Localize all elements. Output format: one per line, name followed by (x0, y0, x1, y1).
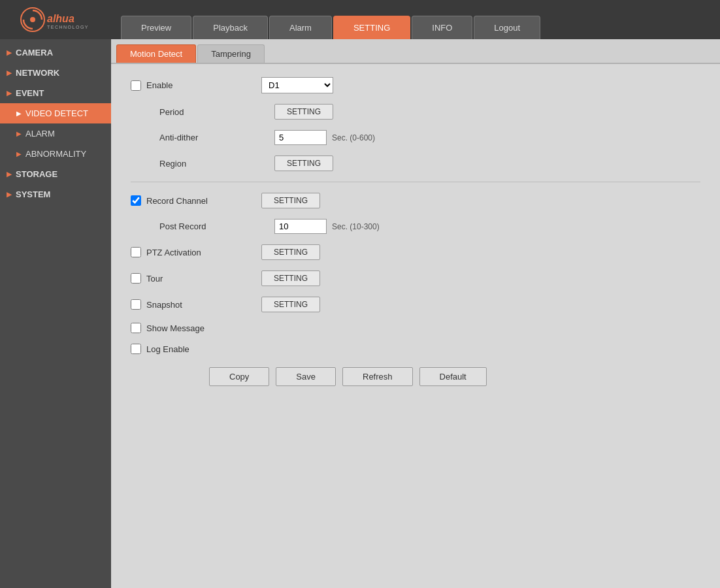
sidebar-item-label: ALARM (25, 129, 55, 139)
snapshot-row: Snapshot SETTING (131, 297, 700, 312)
record-channel-checkbox[interactable] (131, 195, 141, 206)
sidebar-item-label: STORAGE (16, 169, 57, 179)
period-setting-button[interactable]: SETTING (274, 104, 333, 120)
svg-text:alhua: alhua (47, 13, 74, 24)
arrow-icon: ▶ (7, 49, 12, 56)
sidebar-item-video-detect[interactable]: ▶ VIDEO DETECT (0, 103, 111, 123)
nav-tab-preview[interactable]: Preview (121, 16, 191, 39)
sidebar-item-storage[interactable]: ▶ STORAGE (0, 164, 111, 184)
arrow-icon: ▶ (16, 150, 22, 157)
show-message-checkbox[interactable] (131, 323, 141, 333)
sidebar-item-label: ABNORMALITY (25, 149, 86, 159)
period-label: Period (144, 107, 274, 117)
snapshot-text: Snapshot (146, 300, 182, 310)
sidebar-item-label: CAMERA (16, 48, 53, 57)
tour-row: Tour SETTING (131, 270, 700, 286)
enable-label[interactable]: Enable (131, 80, 261, 91)
sidebar: ▶ CAMERA ▶ NETWORK ▶ EVENT ▶ VIDEO DETEC… (0, 39, 111, 588)
enable-checkbox[interactable] (131, 80, 141, 91)
arrow-icon: ▶ (7, 171, 12, 178)
region-row: Region SETTING (131, 155, 700, 171)
region-label: Region (144, 159, 274, 169)
sidebar-item-camera[interactable]: ▶ CAMERA (0, 42, 111, 63)
logo-icon: alhua TECHNOLOGY (18, 5, 97, 35)
svg-text:TECHNOLOGY: TECHNOLOGY (47, 25, 89, 29)
snapshot-checkbox[interactable] (131, 299, 141, 310)
tab-tampering[interactable]: Tampering (197, 44, 265, 63)
log-enable-row: Log Enable (131, 344, 700, 354)
show-message-text: Show Message (146, 323, 205, 333)
svg-point-1 (30, 17, 35, 22)
sidebar-item-abnormality[interactable]: ▶ ABNORMALITY (0, 144, 111, 164)
log-enable-text: Log Enable (146, 344, 189, 354)
log-enable-checkbox[interactable] (131, 344, 141, 354)
post-record-row: Post Record Sec. (10-300) (131, 219, 700, 234)
sidebar-item-network[interactable]: ▶ NETWORK (0, 63, 111, 83)
form-area: Enable D1 D2 D3 D4 Period SETTING Anti-d… (111, 64, 720, 588)
enable-select[interactable]: D1 D2 D3 D4 (261, 77, 333, 93)
arrow-icon: ▶ (7, 191, 12, 198)
arrow-icon: ▶ (7, 69, 12, 76)
sidebar-item-system[interactable]: ▶ SYSTEM (0, 184, 111, 204)
bottom-buttons: Copy Save Refresh Default (131, 367, 700, 386)
enable-text: Enable (146, 80, 172, 90)
period-row: Period SETTING (131, 104, 700, 120)
nav-tab-alarm[interactable]: Alarm (269, 16, 332, 39)
sidebar-item-label: NETWORK (16, 68, 59, 78)
record-channel-label[interactable]: Record Channel (131, 195, 261, 206)
record-channel-setting-button[interactable]: SETTING (261, 193, 320, 208)
ptz-activation-checkbox[interactable] (131, 247, 141, 257)
content-area: Motion Detect Tampering Enable D1 D2 D3 … (111, 39, 720, 588)
tour-checkbox[interactable] (131, 273, 141, 284)
snapshot-label[interactable]: Snapshot (131, 299, 261, 310)
main-nav: Preview Playback Alarm SETTING INFO Logo… (114, 0, 720, 39)
sidebar-item-label: EVENT (16, 88, 44, 98)
log-enable-label[interactable]: Log Enable (131, 344, 261, 354)
logo-area: alhua TECHNOLOGY (0, 0, 114, 39)
ptz-activation-setting-button[interactable]: SETTING (261, 244, 320, 260)
enable-row: Enable D1 D2 D3 D4 (131, 77, 700, 93)
tour-setting-button[interactable]: SETTING (261, 270, 320, 286)
arrow-icon: ▶ (16, 110, 22, 117)
sidebar-item-alarm[interactable]: ▶ ALARM (0, 123, 111, 144)
show-message-label[interactable]: Show Message (131, 323, 261, 333)
nav-tab-logout[interactable]: Logout (474, 16, 540, 39)
nav-tab-playback[interactable]: Playback (193, 16, 268, 39)
refresh-button[interactable]: Refresh (342, 367, 413, 386)
region-setting-button[interactable]: SETTING (274, 155, 333, 171)
header: alhua TECHNOLOGY Preview Playback Alarm … (0, 0, 720, 39)
record-channel-row: Record Channel SETTING (131, 193, 700, 208)
ptz-activation-label[interactable]: PTZ Activation (131, 247, 261, 257)
post-record-unit: Sec. (10-300) (332, 222, 380, 231)
sidebar-item-event[interactable]: ▶ EVENT (0, 83, 111, 103)
anti-dither-row: Anti-dither Sec. (0-600) (131, 130, 700, 145)
snapshot-setting-button[interactable]: SETTING (261, 297, 320, 312)
copy-button[interactable]: Copy (209, 367, 269, 386)
main-layout: ▶ CAMERA ▶ NETWORK ▶ EVENT ▶ VIDEO DETEC… (0, 39, 720, 588)
divider (131, 182, 700, 182)
content-tabs: Motion Detect Tampering (111, 39, 720, 64)
logo-container: alhua TECHNOLOGY (18, 5, 97, 35)
tour-text: Tour (146, 274, 163, 284)
default-button[interactable]: Default (419, 367, 487, 386)
nav-tab-info[interactable]: INFO (412, 16, 472, 39)
anti-dither-label: Anti-dither (144, 133, 274, 142)
anti-dither-input[interactable] (274, 130, 327, 145)
record-channel-text: Record Channel (146, 196, 208, 206)
save-button[interactable]: Save (276, 367, 336, 386)
show-message-row: Show Message (131, 323, 700, 333)
post-record-input[interactable] (274, 219, 327, 234)
tab-motion-detect[interactable]: Motion Detect (116, 44, 196, 63)
post-record-label: Post Record (144, 221, 274, 231)
ptz-activation-row: PTZ Activation SETTING (131, 244, 700, 260)
nav-tab-setting[interactable]: SETTING (333, 16, 410, 39)
ptz-activation-text: PTZ Activation (146, 248, 201, 257)
tour-label[interactable]: Tour (131, 273, 261, 284)
sidebar-item-label: VIDEO DETECT (25, 108, 88, 118)
anti-dither-unit: Sec. (0-600) (332, 133, 375, 142)
arrow-icon: ▶ (7, 90, 12, 97)
sidebar-item-label: SYSTEM (16, 189, 50, 199)
arrow-icon: ▶ (16, 130, 22, 137)
